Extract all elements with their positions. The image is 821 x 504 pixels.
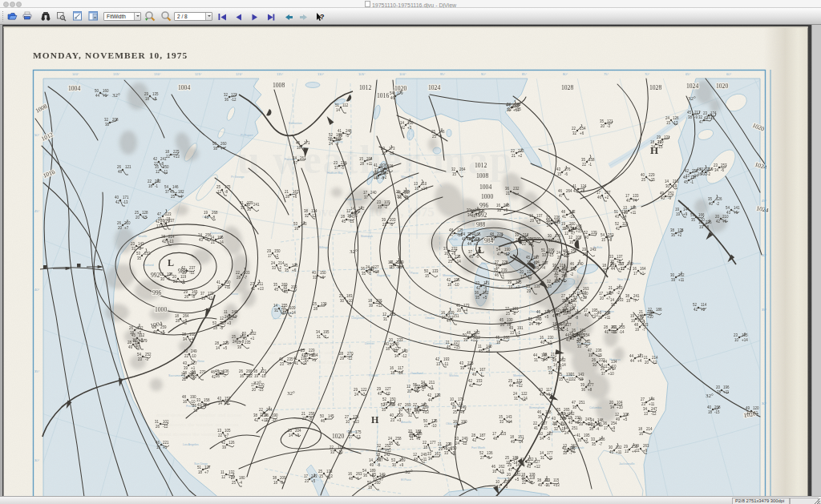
svg-text:?: ?	[320, 13, 325, 21]
